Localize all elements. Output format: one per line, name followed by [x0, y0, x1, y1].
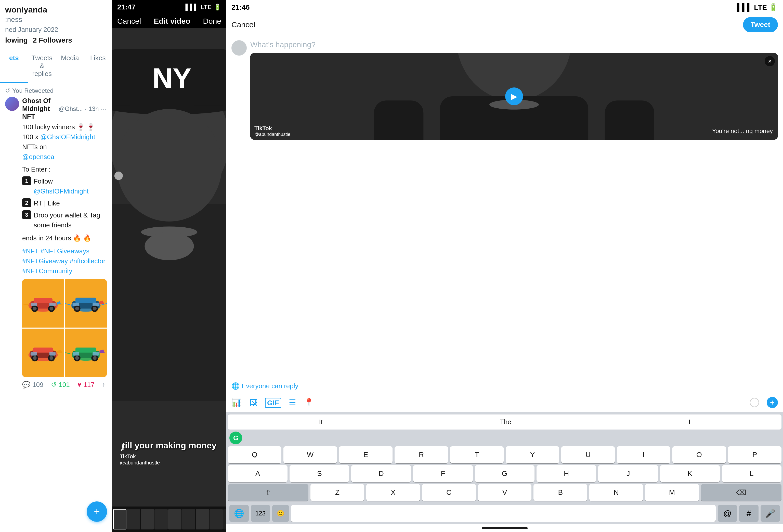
following-label: lowing [5, 36, 28, 44]
gif-button[interactable]: GIF [265, 398, 281, 407]
at-key[interactable]: @ [718, 505, 737, 522]
video-preview-close-button[interactable]: × [765, 56, 775, 66]
retweet-button[interactable]: ↺ 101 [51, 381, 70, 389]
video-timeline[interactable]: ♪ [112, 506, 226, 532]
reply-label: Everyone can reply [242, 382, 299, 390]
compose-cancel-button[interactable]: Cancel [231, 21, 255, 29]
key-o[interactable]: O [672, 446, 726, 463]
space-key[interactable] [291, 505, 716, 522]
svg-point-42 [75, 356, 79, 360]
step3: 3 Drop your wallet & Tag some friends [22, 210, 107, 230]
key-c[interactable]: C [422, 484, 476, 501]
retweet-text: You Retweeted [12, 87, 54, 94]
key-k[interactable]: K [660, 465, 720, 482]
suggestion-3[interactable]: I [688, 418, 690, 426]
following-stat: lowing [5, 36, 28, 44]
timeline-frame-8 [210, 509, 223, 529]
comment-count: 109 [32, 381, 43, 389]
compose-toolbar: Cancel Tweet [226, 14, 783, 35]
comment-button[interactable]: 💬 109 [22, 381, 43, 389]
mic-key[interactable]: 🎤 [760, 505, 780, 522]
key-w[interactable]: W [283, 446, 337, 463]
key-l[interactable]: L [722, 465, 781, 482]
tweet-line1: 100 lucky winners 🍷 🍷 [22, 122, 107, 132]
key-b[interactable]: B [533, 484, 587, 501]
play-icon: ▶ [511, 92, 518, 101]
tab-media[interactable]: Media [56, 50, 84, 83]
tweet-composer-panel: 21:46 ▌▌▌ LTE 🔋 Cancel Tweet What's happ… [226, 0, 783, 532]
tab-tweets-replies[interactable]: Tweets & replies [28, 50, 56, 83]
video-main: NY till your making money ♪ T [112, 28, 226, 506]
emoji-key[interactable]: 🙂 [272, 505, 289, 522]
key-s[interactable]: S [289, 465, 349, 482]
hash-key[interactable]: # [739, 505, 758, 522]
close-icon: × [768, 58, 772, 65]
suggestion-2[interactable]: The [500, 418, 511, 426]
image-attach-button[interactable]: 🖼 [249, 398, 257, 407]
compose-placeholder[interactable]: What's happening? [250, 40, 778, 49]
video-time: 21:47 [117, 3, 135, 11]
key-f[interactable]: F [413, 465, 473, 482]
key-a[interactable]: A [228, 465, 287, 482]
key-x[interactable]: X [366, 484, 420, 501]
globe-key[interactable]: 🌐 [229, 505, 249, 522]
step1-num: 1 [22, 177, 31, 185]
tweet-mention2-line: @opensea [22, 152, 107, 162]
network-label: LTE [200, 4, 212, 11]
add-tweet-button[interactable]: + [767, 397, 778, 408]
timeline-frame-5 [168, 509, 182, 529]
key-g[interactable]: G [475, 465, 534, 482]
key-r[interactable]: R [395, 446, 448, 463]
svg-point-33 [50, 356, 53, 360]
key-y[interactable]: Y [506, 446, 559, 463]
tiktok-watermark: ♪ TikTok @abundanthustle [120, 442, 160, 466]
tweet-author: Ghost Of Midnight NFT [22, 97, 57, 121]
svg-rect-3 [34, 298, 53, 304]
compose-fab-button[interactable]: + [87, 501, 107, 522]
like-button[interactable]: ♥ 117 [77, 381, 95, 389]
key-v[interactable]: V [478, 484, 532, 501]
tweet-mention2[interactable]: @opensea [22, 153, 54, 161]
location-button[interactable]: 📍 [304, 398, 314, 407]
tweet-header: Ghost Of Midnight NFT @Ghst... · 13h ··· [22, 97, 107, 121]
share-button[interactable]: ↑ [102, 381, 105, 389]
tweet-submit-button[interactable]: Tweet [743, 17, 778, 32]
tab-likes[interactable]: Likes [84, 50, 112, 83]
key-i[interactable]: I [617, 446, 670, 463]
tab-tweets[interactable]: ets [0, 50, 28, 83]
tweet-mention1[interactable]: @GhstOFMidnight [40, 133, 95, 141]
key-h[interactable]: H [536, 465, 596, 482]
grammarly-icon[interactable]: G [229, 432, 242, 444]
delete-key[interactable]: ⌫ [701, 484, 781, 501]
keyboard-row-1: Q W E R T Y U I O P [228, 446, 781, 463]
video-cancel-button[interactable]: Cancel [117, 17, 141, 26]
key-d[interactable]: D [351, 465, 411, 482]
key-z[interactable]: Z [310, 484, 364, 501]
reply-settings: 🌐 Everyone can reply [226, 379, 783, 393]
suggestion-1[interactable]: It [319, 418, 323, 426]
key-n[interactable]: N [589, 484, 643, 501]
svg-rect-35 [50, 352, 56, 355]
compose-status-bar: 21:46 ▌▌▌ LTE 🔋 [226, 0, 783, 14]
svg-rect-45 [73, 352, 79, 355]
shift-key[interactable]: ⇧ [228, 484, 308, 501]
video-done-button[interactable]: Done [203, 17, 221, 26]
car-image-3 [22, 328, 64, 377]
step1-mention[interactable]: @GhstOFMidnight [34, 187, 89, 195]
list-button[interactable]: ☰ [289, 398, 296, 407]
key-m[interactable]: M [645, 484, 699, 501]
tweet-timestamp: 13h [89, 105, 99, 113]
video-preview-play-button[interactable]: ▶ [505, 88, 523, 105]
audio-waves-button[interactable]: 📊 [231, 398, 242, 407]
key-j[interactable]: J [598, 465, 658, 482]
reply-everyone-option[interactable]: 🌐 Everyone can reply [231, 382, 778, 390]
tweet-time: · [85, 105, 87, 113]
tweet-options[interactable]: ··· [101, 105, 107, 113]
compose-right: What's happening? NY × [250, 40, 778, 374]
key-q[interactable]: Q [228, 446, 281, 463]
key-e[interactable]: E [339, 446, 393, 463]
key-t[interactable]: T [450, 446, 504, 463]
key-p[interactable]: P [728, 446, 781, 463]
symbol-key[interactable]: 123 [251, 505, 270, 522]
key-u[interactable]: U [561, 446, 615, 463]
